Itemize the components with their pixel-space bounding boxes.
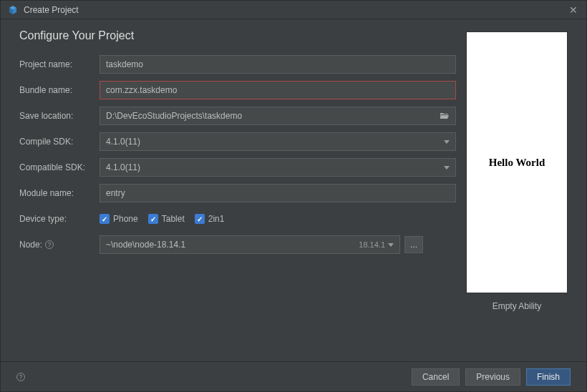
phone-preview: Hello World: [467, 32, 567, 293]
check-icon: ✓: [195, 214, 205, 224]
row-save-location: Save location: D:\DevEcoStudioProjects\t…: [19, 107, 456, 125]
close-icon[interactable]: ✕: [566, 4, 581, 16]
device-2in1-label: 2in1: [208, 214, 225, 224]
check-icon: ✓: [148, 214, 158, 224]
folder-open-icon[interactable]: [440, 111, 450, 122]
module-name-input[interactable]: [100, 184, 456, 202]
node-version-value: 18.14.1: [359, 240, 385, 249]
chevron-down-icon: [444, 140, 450, 144]
row-module-name: Module name:: [19, 184, 456, 202]
node-path-value: ~\node\node-18.14.1: [106, 240, 185, 250]
footer: ? Cancel Previous Finish: [1, 361, 586, 391]
help-icon[interactable]: ?: [45, 240, 54, 249]
previous-button[interactable]: Previous: [465, 368, 520, 386]
label-module-name: Module name:: [19, 188, 100, 198]
compile-sdk-select[interactable]: 4.1.0(11): [100, 132, 456, 151]
row-device-type: Device type: ✓ Phone ✓ Tablet ✓ 2in1: [19, 210, 456, 228]
window-title: Create Project: [24, 5, 79, 15]
chevron-down-icon: [444, 166, 450, 170]
save-location-value: D:\DevEcoStudioProjects\taskdemo: [106, 111, 242, 121]
label-compatible-sdk: Compatible SDK:: [19, 162, 100, 172]
device-phone-checkbox[interactable]: ✓ Phone: [100, 214, 138, 224]
preview-pane: Hello World Empty Ability: [465, 19, 586, 361]
page-heading: Configure Your Project: [19, 29, 456, 42]
preview-caption: Empty Ability: [493, 301, 542, 311]
device-tablet-checkbox[interactable]: ✓ Tablet: [148, 214, 185, 224]
node-browse-button[interactable]: ...: [404, 236, 423, 253]
row-bundle-name: Bundle name:: [19, 81, 456, 99]
check-icon: ✓: [100, 214, 110, 224]
help-icon[interactable]: ?: [16, 373, 25, 381]
finish-button[interactable]: Finish: [526, 368, 571, 386]
device-phone-label: Phone: [113, 214, 138, 224]
label-project-name: Project name:: [19, 59, 100, 69]
label-compile-sdk: Compile SDK:: [19, 137, 100, 147]
deveco-logo-icon: [8, 5, 18, 15]
row-compile-sdk: Compile SDK: 4.1.0(11): [19, 132, 456, 151]
cancel-button[interactable]: Cancel: [412, 368, 460, 386]
compile-sdk-value: 4.1.0(11): [106, 137, 140, 147]
compatible-sdk-select[interactable]: 4.1.0(11): [100, 158, 456, 177]
titlebar: Create Project ✕: [1, 1, 586, 19]
device-2in1-checkbox[interactable]: ✓ 2in1: [195, 214, 225, 224]
row-node: Node: ? ~\node\node-18.14.1 18.14.1 ...: [19, 235, 456, 254]
label-bundle-name: Bundle name:: [19, 85, 100, 95]
form-area: Configure Your Project Project name: Bun…: [1, 19, 465, 361]
node-path-select[interactable]: ~\node\node-18.14.1 18.14.1: [100, 235, 400, 254]
label-device-type: Device type:: [19, 214, 100, 224]
content-area: Configure Your Project Project name: Bun…: [1, 19, 586, 361]
chevron-down-icon: [388, 243, 394, 247]
save-location-input[interactable]: D:\DevEcoStudioProjects\taskdemo: [100, 107, 456, 125]
label-node: Node: ?: [19, 240, 100, 250]
project-name-input[interactable]: [100, 55, 456, 74]
row-project-name: Project name:: [19, 55, 456, 74]
device-tablet-label: Tablet: [162, 214, 185, 224]
row-compatible-sdk: Compatible SDK: 4.1.0(11): [19, 158, 456, 177]
compatible-sdk-value: 4.1.0(11): [106, 162, 140, 172]
preview-text: Hello World: [489, 157, 545, 169]
label-save-location: Save location:: [19, 111, 100, 121]
bundle-name-input[interactable]: [100, 81, 456, 99]
